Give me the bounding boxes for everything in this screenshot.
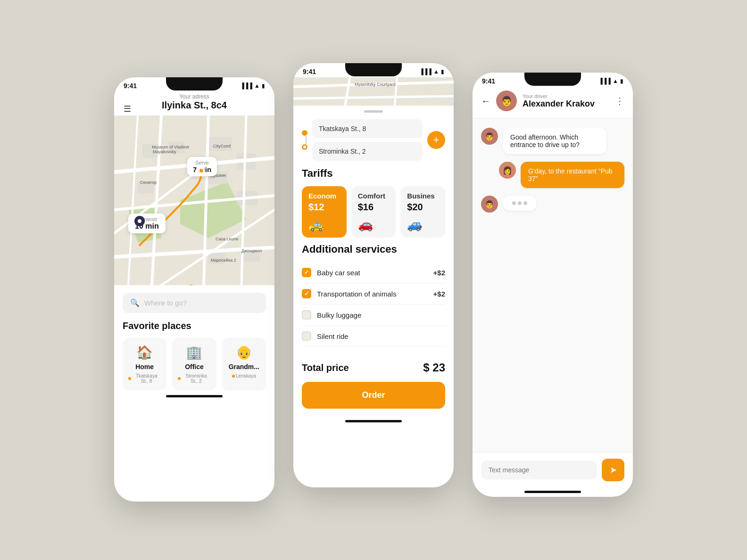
- tariff-econom[interactable]: Econom $12 🚕: [302, 186, 347, 238]
- transit-bubble: In transit 10 min: [128, 214, 166, 233]
- home-icon: 🏠: [136, 345, 153, 360]
- service-baby-seat[interactable]: Baby car seat +$2: [302, 262, 445, 283]
- map-pin-origin: [134, 216, 145, 226]
- tariff-business-price: $20: [407, 202, 439, 213]
- svg-text:CityComf: CityComf: [213, 144, 231, 148]
- serve-label: Serve: [193, 160, 211, 165]
- chat-input-row: ➤: [473, 453, 633, 486]
- back-button[interactable]: ←: [481, 96, 490, 107]
- route-connector: [306, 136, 307, 144]
- send-icon: ➤: [610, 465, 617, 475]
- route-from-row: +: [302, 119, 445, 161]
- tariff-comfort[interactable]: Comfort $16 🚗: [351, 186, 396, 238]
- service-luggage[interactable]: Bulky luggage: [302, 305, 445, 326]
- more-options-icon[interactable]: ⋮: [615, 95, 624, 107]
- fav-address-home: Tkatskaya St., 8: [128, 373, 161, 384]
- driver-avatar: 👨: [496, 91, 517, 111]
- service-price-animals: +$2: [433, 290, 445, 298]
- fav-address-office: Strominka St., 2: [178, 373, 210, 384]
- chat-header: ← 👨 Your driver Alexander Krakov ⋮: [473, 87, 633, 118]
- tariff-econom-car: 🚕: [308, 217, 340, 232]
- tariff-econom-name: Econom: [308, 192, 340, 200]
- menu-icon[interactable]: ☰: [124, 104, 131, 114]
- svg-text:Staraya: Staraya: [190, 284, 204, 285]
- address-value: Ilyinka St., 8c4: [124, 100, 265, 111]
- service-price-baby: +$2: [433, 269, 445, 277]
- loc-dot: [128, 377, 131, 380]
- checkbox-luggage[interactable]: [302, 310, 311, 320]
- message-bubble-1: Good afternoon. Which entrance to drive …: [503, 128, 606, 154]
- checkbox-baby-seat[interactable]: [302, 268, 311, 277]
- route-dot-to: [302, 144, 307, 150]
- svg-text:Casa Leone: Casa Leone: [216, 237, 239, 241]
- fav-name-home: Home: [135, 363, 154, 371]
- tariff-comfort-name: Comfort: [358, 192, 390, 200]
- total-label: Total price: [302, 362, 349, 373]
- notch-2: [345, 63, 402, 76]
- status-icons-1: ▐▐▐ ▲ ▮: [241, 82, 265, 89]
- svg-text:Сенатор: Сенатор: [140, 180, 157, 185]
- mini-map: Myasnitsky Courtyard: [293, 77, 454, 106]
- tariff-business-car: 🚙: [407, 217, 439, 232]
- svg-text:Museum of Vladimir: Museum of Vladimir: [152, 145, 190, 149]
- service-name-animals: Transportation of animals: [317, 290, 397, 298]
- order-button[interactable]: Order: [302, 382, 445, 409]
- home-indicator-1: [166, 395, 223, 397]
- loc-dot-office: [178, 377, 181, 380]
- status-icons-2: ▐▐▐ ▲ ▮: [420, 68, 444, 75]
- message-row-2: G'day, to the restaurant "Pub 37" 👩: [481, 162, 624, 188]
- tariff-row: Econom $12 🚕 Comfort $16 🚗 Busines $20 🚙: [302, 186, 445, 238]
- phone-chat: 9:41 ▐▐▐ ▲ ▮ ← 👨 Your driver Alexander K…: [473, 73, 633, 497]
- add-stop-button[interactable]: +: [427, 131, 445, 149]
- service-name-silent: Silent ride: [317, 332, 349, 340]
- tariff-business-name: Busines: [407, 192, 439, 200]
- home-indicator-2: [345, 420, 402, 422]
- status-time-1: 9:41: [124, 82, 137, 90]
- notch-1: [166, 77, 223, 91]
- chat-input[interactable]: [481, 461, 597, 479]
- route-to-input[interactable]: [312, 142, 423, 161]
- tariff-business[interactable]: Busines $20 🚙: [400, 186, 445, 238]
- drag-handle: [364, 110, 383, 113]
- typing-dot-2: [518, 201, 522, 205]
- battery-icon-3: ▮: [620, 78, 623, 84]
- battery-icon: ▮: [262, 82, 265, 89]
- fav-card-grandma[interactable]: 👴 Grandm... Lenskaya: [222, 338, 266, 390]
- send-button[interactable]: ➤: [602, 459, 624, 481]
- typing-dot-3: [523, 201, 527, 205]
- wifi-icon: ▲: [254, 82, 260, 89]
- service-name-luggage: Bulky luggage: [317, 311, 361, 319]
- svg-text:Маросейка 2: Маросейка 2: [211, 258, 236, 263]
- home-indicator-3: [524, 491, 581, 493]
- route-from-input[interactable]: [312, 119, 423, 138]
- map-svg: Сенатор Museum of Vladimir Mayakovsky Ci…: [114, 115, 274, 285]
- svg-text:Джонджол: Джонджол: [241, 248, 262, 253]
- tariff-comfort-car: 🚗: [358, 217, 390, 232]
- status-time-2: 9:41: [303, 68, 316, 75]
- favorites-row: 🏠 Home Tkatskaya St., 8 🏢 Office Stromin…: [123, 338, 266, 390]
- checkbox-silent[interactable]: [302, 331, 311, 341]
- service-name-baby: Baby car seat: [317, 269, 360, 277]
- map-area: Сенатор Museum of Vladimir Mayakovsky Ci…: [114, 115, 274, 285]
- service-silent[interactable]: Silent ride: [302, 326, 445, 347]
- driver-label: Your driver: [523, 93, 609, 99]
- phone-tariffs: 9:41 ▐▐▐ ▲ ▮ Myasnitsky Courtyard: [293, 63, 454, 487]
- notch-3: [524, 73, 581, 86]
- signal-icon: ▐▐▐: [241, 82, 253, 89]
- wifi-icon-3: ▲: [613, 78, 618, 84]
- tariffs-title: Tariffs: [302, 167, 445, 180]
- driver-msg-avatar: 👨: [481, 128, 498, 145]
- fav-card-office[interactable]: 🏢 Office Strominka St., 2: [172, 338, 216, 390]
- typing-dot-1: [512, 201, 516, 205]
- route-dot-from: [302, 130, 307, 136]
- status-icons-3: ▐▐▐ ▲ ▮: [599, 78, 623, 84]
- fav-name-grandma: Grandm...: [229, 363, 259, 371]
- chat-messages: 👨 Good afternoon. Which entrance to driv…: [473, 118, 633, 453]
- service-animals[interactable]: Transportation of animals +$2: [302, 283, 445, 305]
- checkbox-animals[interactable]: [302, 289, 311, 298]
- fav-card-home[interactable]: 🏠 Home Tkatskaya St., 8: [123, 338, 166, 390]
- user-msg-avatar: 👩: [499, 162, 516, 179]
- search-bar[interactable]: 🔍 Where to go?: [123, 293, 266, 313]
- svg-text:Myasnitsky Courtyard: Myasnitsky Courtyard: [355, 82, 396, 87]
- total-row: Total price $ 23: [293, 354, 454, 382]
